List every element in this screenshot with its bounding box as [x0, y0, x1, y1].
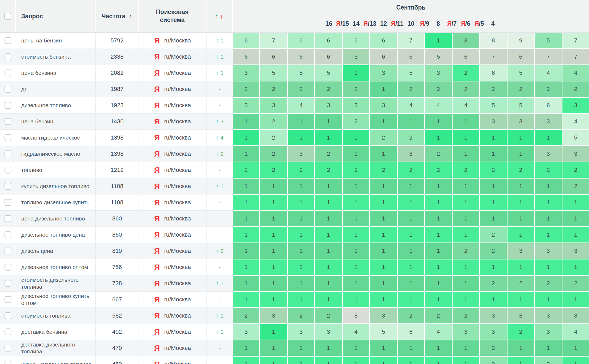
column-header-query[interactable]: Запрос — [16, 0, 96, 32]
position-cell[interactable]: 2 — [315, 81, 342, 97]
date-column-header[interactable]: 14 — [350, 15, 363, 32]
position-cell[interactable]: 3 — [260, 98, 287, 113]
position-cell[interactable]: 3 — [315, 98, 342, 113]
position-cell[interactable]: 1 — [315, 227, 342, 242]
position-cell[interactable]: 1 — [315, 211, 342, 226]
position-cell[interactable]: 2 — [260, 146, 287, 162]
position-cell[interactable]: 1 — [425, 340, 452, 356]
position-cell[interactable]: 1 — [398, 114, 424, 129]
position-cell[interactable]: 1 — [535, 340, 561, 356]
position-cell[interactable]: 1 — [315, 357, 342, 364]
position-cell[interactable]: 1 — [288, 292, 314, 307]
position-cell[interactable]: 1 — [453, 114, 479, 129]
query-cell[interactable]: купить дизельное топливо — [16, 178, 96, 194]
query-cell[interactable]: купить дизельного топлива — [16, 356, 96, 364]
position-cell[interactable]: 3 — [562, 98, 589, 113]
position-cell[interactable]: 1 — [343, 211, 369, 226]
position-cell[interactable]: 7 — [398, 33, 424, 48]
position-cell[interactable]: 9 — [508, 33, 534, 48]
position-cell[interactable]: 1 — [343, 243, 369, 259]
query-cell[interactable]: топливо дизельное купить — [16, 194, 96, 210]
position-cell[interactable]: 2 — [535, 81, 561, 97]
position-cell[interactable]: 1 — [480, 130, 506, 145]
position-cell[interactable]: 3 — [480, 308, 506, 323]
position-cell[interactable]: 2 — [315, 162, 342, 178]
position-cell[interactable]: 1 — [343, 146, 369, 162]
position-cell[interactable]: 2 — [370, 162, 397, 178]
position-cell[interactable]: 1 — [370, 81, 397, 97]
position-cell[interactable]: 2 — [260, 162, 287, 178]
row-checkbox[interactable] — [5, 345, 11, 352]
position-cell[interactable]: 1 — [233, 259, 259, 275]
column-header-engine[interactable]: Поисковая система — [139, 0, 207, 32]
position-cell[interactable]: 5 — [425, 49, 452, 64]
position-cell[interactable]: 1 — [508, 259, 534, 275]
position-cell[interactable]: 2 — [398, 81, 424, 97]
position-cell[interactable]: 1 — [562, 227, 589, 242]
position-cell[interactable]: 3 — [233, 324, 259, 340]
position-cell[interactable]: 1 — [233, 146, 259, 162]
position-cell[interactable]: 1 — [425, 211, 452, 226]
position-cell[interactable]: 3 — [508, 243, 534, 259]
position-cell[interactable]: 8 — [480, 33, 506, 48]
position-cell[interactable]: 7 — [480, 49, 506, 64]
position-cell[interactable]: 1 — [508, 130, 534, 145]
position-cell[interactable]: 1 — [343, 340, 369, 356]
position-cell[interactable]: 1 — [425, 292, 452, 307]
position-cell[interactable]: 1 — [453, 211, 479, 226]
position-cell[interactable]: 2 — [562, 81, 589, 97]
query-cell[interactable]: цена дизельное топливо — [16, 211, 96, 227]
position-cell[interactable]: 1 — [343, 179, 369, 194]
position-cell[interactable]: 1 — [425, 227, 452, 242]
position-cell[interactable]: 5 — [480, 98, 506, 113]
position-cell[interactable]: 1 — [425, 33, 452, 48]
position-cell[interactable]: 6 — [233, 33, 259, 48]
position-cell[interactable]: 2 — [453, 243, 479, 259]
position-cell[interactable]: 1 — [480, 179, 506, 194]
position-cell[interactable]: 3 — [535, 114, 561, 129]
position-cell[interactable]: 1 — [288, 340, 314, 356]
position-cell[interactable]: 1 — [315, 243, 342, 259]
query-cell[interactable]: цены на бензин — [16, 33, 96, 49]
query-cell[interactable]: дизельное топливо оптом — [16, 259, 96, 275]
position-cell[interactable]: 6 — [315, 33, 342, 48]
position-cell[interactable]: 1 — [453, 227, 479, 242]
row-checkbox[interactable] — [5, 37, 11, 44]
position-cell[interactable]: 1 — [260, 259, 287, 275]
position-cell[interactable]: 1 — [288, 276, 314, 291]
position-cell[interactable]: 3 — [562, 243, 589, 259]
position-cell[interactable]: 1 — [370, 195, 397, 210]
position-cell[interactable]: 1 — [315, 259, 342, 275]
position-cell[interactable]: 1 — [343, 357, 369, 364]
position-cell[interactable]: 4 — [425, 98, 452, 113]
row-checkbox[interactable] — [5, 70, 11, 76]
row-checkbox[interactable] — [5, 361, 11, 364]
row-checkbox[interactable] — [5, 264, 11, 271]
row-checkbox[interactable] — [5, 280, 11, 287]
position-cell[interactable]: 1 — [370, 292, 397, 307]
date-column-header[interactable]: Я/13 — [363, 15, 376, 32]
position-cell[interactable]: 1 — [288, 130, 314, 145]
position-cell[interactable]: 1 — [370, 227, 397, 242]
position-cell[interactable]: 5 — [288, 65, 314, 81]
position-cell[interactable]: 1 — [370, 179, 397, 194]
position-cell[interactable]: 6 — [508, 49, 534, 64]
query-cell[interactable]: топливо — [16, 162, 96, 178]
position-cell[interactable]: 1 — [260, 195, 287, 210]
position-cell[interactable]: 3 — [535, 308, 561, 323]
position-cell[interactable]: 1 — [508, 146, 534, 162]
position-cell[interactable]: 1 — [288, 357, 314, 364]
position-cell[interactable]: 1 — [370, 276, 397, 291]
position-cell[interactable]: 1 — [233, 243, 259, 259]
position-cell[interactable]: 1 — [425, 195, 452, 210]
position-cell[interactable]: 1 — [562, 357, 589, 364]
position-cell[interactable]: 2 — [508, 324, 534, 340]
position-cell[interactable]: 3 — [233, 98, 259, 113]
position-cell[interactable]: 6 — [453, 49, 479, 64]
position-cell[interactable]: 1 — [535, 227, 561, 242]
position-cell[interactable]: 1 — [508, 340, 534, 356]
query-cell[interactable]: масло гидравлическое — [16, 130, 96, 146]
position-cell[interactable]: 1 — [315, 292, 342, 307]
row-checkbox[interactable] — [5, 296, 11, 303]
query-cell[interactable]: дт — [16, 81, 96, 97]
